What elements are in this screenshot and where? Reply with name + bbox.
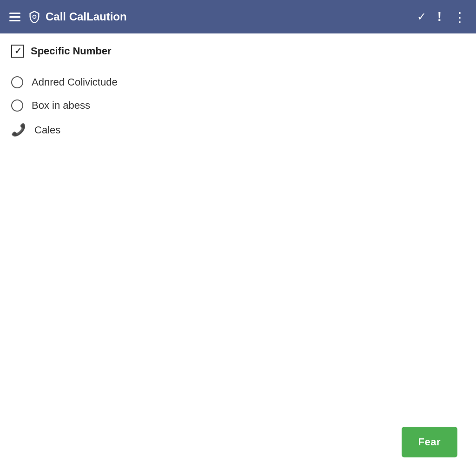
app-bar-title-container: Call CalLaution [28, 10, 410, 23]
app-bar-actions: ✓ ! ⋮ [417, 9, 467, 25]
hamburger-menu[interactable] [9, 13, 20, 21]
svg-point-0 [33, 15, 36, 19]
shield-icon [28, 10, 41, 23]
list-item-label-1: Adnred Colivictude [32, 76, 118, 88]
list-item-1[interactable]: Adnred Colivictude [11, 71, 465, 94]
section-header: Specific Number [11, 45, 465, 58]
radio-button-2[interactable] [11, 99, 23, 112]
radio-button-1[interactable] [11, 76, 23, 88]
more-options-icon[interactable]: ⋮ [453, 9, 467, 25]
check-icon[interactable]: ✓ [417, 10, 426, 23]
exclamation-icon[interactable]: ! [437, 9, 442, 24]
fear-button[interactable]: Fear [402, 427, 457, 457]
section-header-text: Specific Number [31, 45, 112, 57]
app-bar-title: Call CalLaution [46, 10, 127, 23]
app-bar: Call CalLaution ✓ ! ⋮ [0, 0, 476, 33]
list-item-3[interactable]: 📞 Cales [11, 117, 465, 143]
list-item-label-3: Cales [34, 124, 60, 136]
hamburger-line-2 [9, 16, 20, 18]
content-area: Specific Number Adnred Colivictude Box i… [0, 33, 476, 476]
phone-icon: 📞 [11, 123, 26, 137]
hamburger-line-1 [9, 13, 20, 14]
list-item-label-2: Box in abess [32, 99, 90, 112]
checkbox-icon [11, 45, 24, 58]
list-item-2[interactable]: Box in abess [11, 94, 465, 117]
hamburger-line-3 [9, 20, 20, 21]
